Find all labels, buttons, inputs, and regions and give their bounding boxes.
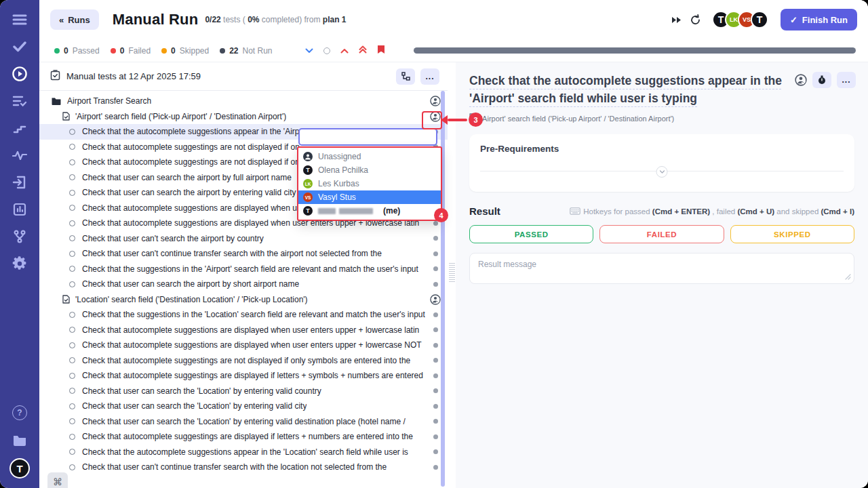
test-status-circle[interactable]	[69, 312, 75, 318]
assignee-option[interactable]: T Olena Pchilka	[298, 163, 441, 177]
test-status-circle[interactable]	[69, 373, 75, 379]
caret-up-icon[interactable]	[340, 46, 349, 56]
tree-row-label: Check that autocomplete suggestings are …	[82, 371, 423, 380]
status-dot-icon	[433, 266, 438, 271]
test-status-circle[interactable]	[69, 205, 75, 211]
avatar[interactable]: T	[751, 11, 768, 28]
tree-row[interactable]: Check that autocomplete suggestings are …	[39, 353, 448, 369]
stopwatch-button[interactable]	[812, 72, 831, 88]
test-status-circle[interactable]	[69, 144, 75, 150]
test-status-circle[interactable]	[69, 235, 75, 241]
tree-row[interactable]: Airport Transfer Search	[39, 94, 448, 109]
passed-counter: 0Passed	[54, 46, 100, 56]
fast-forward-icon[interactable]	[671, 16, 682, 24]
test-status-circle[interactable]	[69, 418, 75, 424]
tree-row[interactable]: Check that user can't search the airport…	[39, 231, 448, 247]
import-icon[interactable]	[11, 174, 28, 191]
chevron-down-icon[interactable]	[305, 46, 313, 56]
test-status-circle[interactable]	[69, 388, 75, 394]
test-status-circle[interactable]	[69, 266, 75, 272]
breadcrumb[interactable]: 'Airport' search field ('Pick-up Airport…	[469, 113, 854, 123]
assignee-option[interactable]: T Unassigned	[298, 150, 441, 163]
breadcrumb-label: 'Airport' search field ('Pick-up Airport…	[481, 115, 674, 123]
tree-row[interactable]: 'Location' search field ('Destination Lo…	[39, 292, 448, 308]
test-status-circle[interactable]	[69, 403, 75, 409]
retry-timer-icon[interactable]	[690, 14, 701, 26]
test-status-circle[interactable]	[69, 159, 75, 165]
settings-icon[interactable]	[11, 255, 28, 272]
test-status-circle[interactable]	[69, 251, 75, 257]
double-caret-up-icon[interactable]	[359, 45, 367, 56]
assignee-avatar-group[interactable]: TLKVST	[712, 11, 768, 28]
check-icon[interactable]	[11, 38, 28, 56]
test-status-circle[interactable]	[69, 327, 75, 333]
more-options-button[interactable]: ...	[420, 68, 439, 85]
tree-row-label: Check that autocomplete suggestings are …	[82, 157, 300, 167]
projects-icon[interactable]	[11, 431, 28, 449]
annotation-step-badge: 4	[434, 208, 448, 222]
tree-row-label: Check that user can search the airport b…	[82, 188, 296, 197]
tree-row[interactable]: Check that user can search the 'Location…	[39, 414, 448, 430]
back-to-runs-button[interactable]: «Runs	[50, 9, 99, 30]
assignee-icon[interactable]	[795, 74, 807, 86]
steps-icon[interactable]	[11, 119, 28, 137]
test-status-circle[interactable]	[69, 342, 75, 348]
assignee-option[interactable]: T (me)	[298, 204, 441, 218]
assignee-icon[interactable]	[430, 96, 441, 106]
test-status-circle[interactable]	[69, 190, 75, 196]
failed-button[interactable]: FAILED	[599, 225, 724, 243]
test-status-circle[interactable]	[69, 174, 75, 180]
logo-avatar[interactable]: T	[9, 458, 30, 479]
passed-button[interactable]: PASSED	[469, 225, 593, 243]
tree-row[interactable]: Check that user can search the 'Location…	[39, 384, 448, 399]
assignee-option[interactable]: T VS Vasyl Stus	[298, 190, 441, 204]
tree-row[interactable]: Check that autocomplete suggestions are …	[39, 323, 448, 338]
help-icon[interactable]: ?	[12, 405, 27, 420]
bookmark-icon[interactable]	[377, 45, 385, 56]
test-status-circle[interactable]	[69, 449, 75, 455]
test-status-circle[interactable]	[69, 129, 75, 135]
finish-run-button[interactable]: ✓Finish Run	[781, 9, 857, 30]
tree-row[interactable]: Check that the autocomplete suggestions …	[39, 445, 448, 460]
tree-row[interactable]: Check that autocomplete suggestings are …	[39, 368, 448, 384]
status-dot-icon	[433, 419, 438, 424]
assignee-search-input[interactable]	[298, 128, 437, 146]
assignee-option[interactable]: T LK Les Kurbas	[298, 177, 441, 190]
tree-row[interactable]: Check that user can search the 'Location…	[39, 399, 448, 414]
result-message-input[interactable]	[469, 253, 854, 284]
status-dot-icon	[433, 312, 438, 317]
test-status-circle[interactable]	[69, 281, 75, 287]
pulse-icon[interactable]	[11, 146, 28, 164]
assignee-option-label: Olena Pchilka	[318, 165, 368, 175]
tree-row[interactable]: Check that the suggestions in the 'Locat…	[39, 307, 448, 323]
test-status-circle[interactable]	[69, 357, 75, 363]
tree-row[interactable]: Check that autocomplete suggestings are …	[39, 429, 448, 445]
panel-resize-handle[interactable]	[449, 263, 455, 283]
tree-row[interactable]: Check that user can search the airport b…	[39, 277, 448, 292]
result-section-title: Result	[469, 205, 500, 217]
circle-icon[interactable]	[323, 47, 330, 54]
more-options-button[interactable]: ...	[837, 72, 856, 88]
test-status-circle[interactable]	[69, 464, 75, 470]
resize-grip-icon[interactable]	[845, 270, 851, 283]
skipped-button[interactable]: SKIPPED	[730, 225, 854, 243]
analytics-icon[interactable]	[11, 201, 28, 218]
command-shortcut-button[interactable]: ⌘	[47, 472, 68, 488]
tree-row[interactable]: Check that autocomplete suggestions are …	[39, 338, 448, 353]
checklist-icon[interactable]	[11, 92, 28, 110]
tree-row[interactable]: Check that the suggestions in the 'Airpo…	[39, 262, 448, 277]
expand-chevron-icon[interactable]	[656, 166, 668, 178]
assignee-icon[interactable]	[430, 294, 441, 305]
tree-row[interactable]: 'Airport' search field ('Pick-up Airport…	[39, 109, 448, 125]
play-circle-icon[interactable]	[11, 65, 28, 83]
branch-icon[interactable]	[11, 228, 28, 245]
pre-requirements-card: Pre-Requirements	[469, 134, 854, 192]
tree-view-button[interactable]	[396, 68, 415, 85]
tree-row[interactable]: Check that user can't continue transfer …	[39, 246, 448, 262]
menu-icon[interactable]	[11, 11, 28, 28]
test-status-circle[interactable]	[69, 434, 75, 440]
test-detail-title[interactable]: Check that the autocomplete suggestions …	[469, 72, 788, 107]
tree-row[interactable]: Check that user can't continue transfer …	[39, 460, 448, 475]
tree-row-label: Check that user can search the 'Location…	[82, 386, 321, 396]
test-status-circle[interactable]	[69, 220, 75, 226]
